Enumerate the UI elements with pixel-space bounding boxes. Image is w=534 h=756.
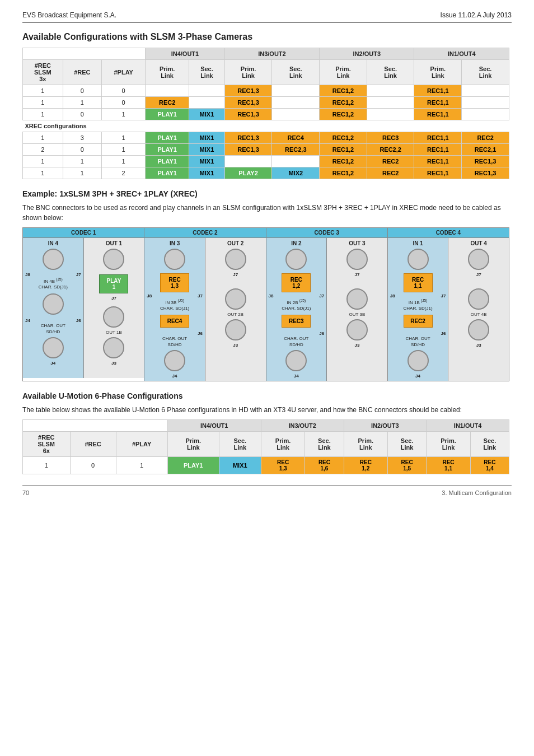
issue-info: Issue 11.02.A July 2013	[441, 11, 512, 19]
codec1-left: IN 4 J8 J7 IN 4B (J5)CHAR. SD(J1) J4 J6 …	[23, 238, 84, 378]
codec1-right: OUT 1 PLAY1 J7 OUT 1B J3	[84, 238, 144, 378]
codec2-block: CODEC 2 IN 3 REC1,3 J8 J7 IN 3B (J5)CHAR…	[144, 228, 266, 381]
table-row: 101 PLAY1MIX1 REC1,3 REC1,6 REC1,2 REC1,…	[23, 457, 509, 474]
col2-rec-slsm: #RECSLSM6x	[23, 432, 71, 457]
col2-sec3: Sec.Link	[388, 432, 427, 457]
section3-desc: The table below shows the available U-Mo…	[22, 405, 512, 415]
table-row: 110 REC2 REC1,3 REC1,2 REC1,1	[23, 97, 509, 109]
col2-sec2: Sec.Link	[305, 432, 344, 457]
col-prim1: Prim.Link	[146, 60, 189, 85]
col-group2-in1out4: IN1/OUT4	[427, 420, 509, 432]
col-sec2: Sec.Link	[272, 60, 320, 85]
col2-prim4: Prim.Link	[427, 432, 471, 457]
col2-prim3: Prim.Link	[344, 432, 388, 457]
col-group-in1out4: IN1/OUT4	[414, 48, 509, 60]
codec4-right: OUT 4 J7 OUT 4B J3	[448, 238, 509, 381]
codec2-left: IN 3 REC1,3 J8 J7 IN 3B (J5)CHAR. SD(J1)…	[144, 238, 205, 381]
col-sec4: Sec.Link	[462, 60, 509, 85]
section2-desc: The BNC connectors to be used as record …	[22, 203, 512, 223]
col-rec-slsm: #RECSLSM3x	[23, 60, 63, 85]
table-row: 131 PLAY1MIX1 REC1,3REC4 REC1,2REC3 REC1…	[23, 132, 509, 144]
codec3-header: CODEC 3	[266, 228, 387, 238]
company-name: EVS Broadcast Equipment S.A.	[22, 11, 116, 19]
codec3-right: OUT 3 J7 OUT 3B J3	[327, 238, 387, 381]
codec2-header: CODEC 2	[144, 228, 265, 238]
table-row: 111 PLAY1MIX1 REC1,2REC2 REC1,1REC1,3	[23, 156, 509, 167]
codec4-left: IN 1 REC1,1 J8 J7 IN 1B (J5)CHAR. SD(J1)…	[388, 238, 449, 381]
col-play: #PLAY	[102, 60, 146, 85]
col-group2-in4out1: IN4/OUT1	[167, 420, 261, 432]
col-sec3: Sec.Link	[367, 60, 414, 85]
codec3-block: CODEC 3 IN 2 REC1,2 J8 J7 IN 2B (J5)CHAR…	[266, 228, 388, 381]
slsm-config-table: IN4/OUT1 IN3/OUT2 IN2/OUT3 IN1/OUT4 #REC…	[22, 48, 509, 179]
table-row: 112 PLAY1MIX1 PLAY2MIX2 REC1,2REC2 REC1,…	[23, 167, 509, 179]
codec1-header: CODEC 1	[23, 228, 144, 238]
chapter-title: 3. Multicam Configuration	[442, 489, 512, 496]
col2-prim2: Prim.Link	[261, 432, 305, 457]
table-row: 101 PLAY1MIX1 REC1,3 REC1,2 REC1,1	[23, 109, 509, 120]
col2-sec1: Sec.Link	[219, 432, 261, 457]
col-sec1: Sec.Link	[189, 60, 225, 85]
col2-prim1: Prim.Link	[167, 432, 219, 457]
codec2-right: OUT 2 J7 OUT 2B J3	[205, 238, 266, 381]
page-header: EVS Broadcast Equipment S.A. Issue 11.02…	[22, 11, 512, 23]
table-row: 100 REC1,3 REC1,2 REC1,1	[23, 85, 509, 97]
col-group-in3out2: IN3/OUT2	[224, 48, 319, 60]
col-prim2: Prim.Link	[224, 60, 272, 85]
codec1-block: CODEC 1 IN 4 J8 J7 IN 4B (J5)CHAR. SD(J1…	[23, 228, 144, 381]
col-group2-in2out3: IN2/OUT3	[344, 420, 427, 432]
page-footer: 70 3. Multicam Configuration	[22, 486, 512, 496]
col2-rec: #REC	[70, 432, 116, 457]
col-prim3: Prim.Link	[320, 60, 367, 85]
codec4-header: CODEC 4	[388, 228, 509, 238]
col2-play: #PLAY	[116, 432, 167, 457]
section3-title: Available U-Motion 6-Phase Configuration…	[22, 391, 512, 400]
table-row: 201 PLAY1MIX1 REC1,3REC2,3 REC1,2REC2,2 …	[23, 144, 509, 156]
col2-sec4: Sec.Link	[470, 432, 509, 457]
codec3-left: IN 2 REC1,2 J8 J7 IN 2B (J5)CHAR. SD(J1)…	[266, 238, 327, 381]
col-rec: #REC	[63, 60, 102, 85]
umotion-config-table: IN4/OUT1 IN3/OUT2 IN2/OUT3 IN1/OUT4 #REC…	[22, 419, 509, 474]
section2-title: Example: 1xSLSM 3PH + 3REC+ 1PLAY (XREC)	[22, 189, 512, 198]
col-group-in4out1: IN4/OUT1	[146, 48, 225, 60]
col-group2-in3out2: IN3/OUT2	[261, 420, 344, 432]
col-prim4: Prim.Link	[414, 60, 462, 85]
xrec-label-row: XREC configurations	[23, 120, 509, 132]
codec4-block: CODEC 4 IN 1 REC1,1 J8 J7 IN 1B (J5)CHAR…	[388, 228, 509, 381]
codec-diagram: CODEC 1 IN 4 J8 J7 IN 4B (J5)CHAR. SD(J1…	[22, 227, 509, 381]
page-number: 70	[22, 489, 29, 496]
section1-title: Available Configurations with SLSM 3-Pha…	[22, 32, 512, 42]
col-group-in2out3: IN2/OUT3	[320, 48, 414, 60]
